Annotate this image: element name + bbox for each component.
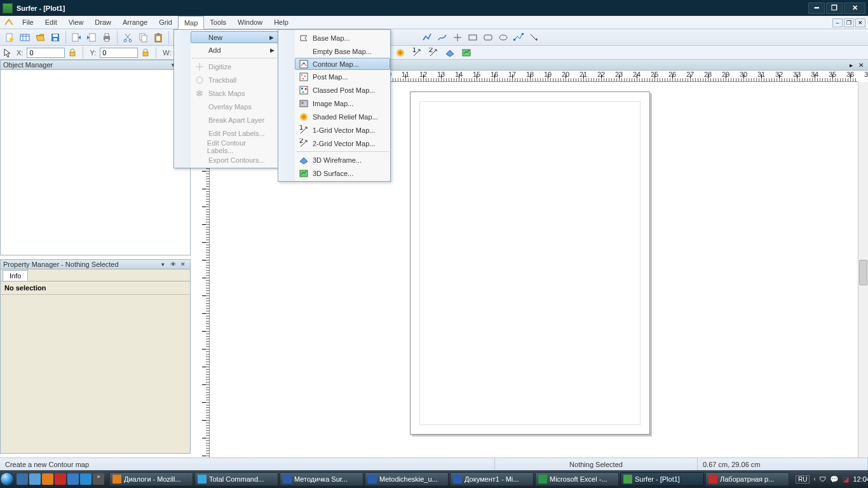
contour-icon <box>297 59 310 69</box>
new-plot-button[interactable] <box>3 30 17 44</box>
dock-menu-button[interactable]: ▸ <box>846 61 855 69</box>
menu-map[interactable]: Map <box>178 16 204 29</box>
page[interactable] <box>410 92 650 435</box>
ql-save[interactable] <box>67 473 79 485</box>
new-empty-base-map[interactable]: Empty Base Map... <box>295 44 390 58</box>
clock[interactable]: 12:04 <box>853 475 868 483</box>
cut-button[interactable] <box>121 30 135 44</box>
ql-expand[interactable]: » <box>93 473 104 485</box>
new-contour-map[interactable]: Contour Map... <box>295 58 390 70</box>
save-button[interactable] <box>48 30 62 44</box>
new-2grid-vector-map[interactable]: 22-Grid Vector Map... <box>295 137 390 150</box>
new-3d-wireframe[interactable]: 3D Wireframe... <box>295 153 390 166</box>
ql-firefox[interactable] <box>42 473 53 485</box>
x-input[interactable] <box>27 48 65 58</box>
map-menu-overlay: Overlay Maps <box>191 100 278 113</box>
paste-button[interactable] <box>151 30 165 44</box>
rectangle-tool-button[interactable] <box>466 30 480 44</box>
print-button[interactable] <box>100 30 114 44</box>
panel-close-button[interactable]: ✕ <box>179 261 187 268</box>
y-label: Y: <box>88 49 97 57</box>
taskbar-task[interactable]: Лаборатрная р... <box>705 472 789 486</box>
relief-map-button[interactable] <box>393 46 407 60</box>
mdi-close-button[interactable]: ✕ <box>855 18 865 27</box>
map-menu-add[interactable]: Add <box>191 43 278 57</box>
taskbar-task[interactable]: Диалоги - Mozill... <box>109 472 193 486</box>
minimize-button[interactable]: ━ <box>808 3 825 14</box>
y-input[interactable] <box>100 48 138 58</box>
freehand-tool-button[interactable] <box>527 30 541 44</box>
new-submenu-list: Base Map... Empty Base Map... Contour Ma… <box>295 30 390 181</box>
wireframe-map-button[interactable] <box>443 46 457 60</box>
close-button[interactable]: ✕ <box>844 3 865 14</box>
panel-dropdown-button[interactable]: ▾ <box>158 261 167 268</box>
copy-button[interactable] <box>136 30 150 44</box>
menu-arrange[interactable]: Arrange <box>117 16 153 29</box>
ellipse-tool-button[interactable] <box>496 30 510 44</box>
export-button[interactable] <box>85 30 98 44</box>
tray-expand-icon[interactable]: ‹ <box>813 476 815 482</box>
mdi-restore-button[interactable]: ❐ <box>844 18 854 27</box>
language-indicator[interactable]: RU <box>796 475 810 484</box>
import-button[interactable] <box>69 30 83 44</box>
menu-window[interactable]: Window <box>232 16 268 29</box>
menu-tools[interactable]: Tools <box>204 16 232 29</box>
svg-rect-20 <box>156 36 160 41</box>
dock-close-button[interactable]: ✕ <box>857 61 865 69</box>
menu-help[interactable]: Help <box>268 16 294 29</box>
menu-grid[interactable]: Grid <box>153 16 178 29</box>
open-button[interactable] <box>33 30 47 44</box>
panel-pin-button[interactable]: 👁 <box>168 261 177 268</box>
x-label: X: <box>15 49 24 57</box>
tab-info[interactable]: Info <box>3 270 28 281</box>
vertical-scrollbar[interactable] <box>858 82 868 464</box>
surface-map-button[interactable] <box>459 46 473 60</box>
map-menu-new[interactable]: New <box>191 31 278 43</box>
ql-opera[interactable] <box>55 473 66 485</box>
taskbar-task[interactable]: Microsoft Excel -... <box>535 472 619 486</box>
vector1-map-button[interactable]: 1 <box>410 46 424 60</box>
svg-point-40 <box>304 76 306 77</box>
new-base-map[interactable]: Base Map... <box>295 31 390 44</box>
taskbar-task[interactable]: Методичка Sur... <box>280 472 363 486</box>
new-3d-surface[interactable]: 3D Surface... <box>295 166 390 180</box>
spline-tool-button[interactable] <box>435 30 449 44</box>
vector2-map-button[interactable]: 2 <box>426 46 440 60</box>
rounded-rect-tool-button[interactable] <box>481 30 495 44</box>
svg-point-25 <box>499 35 507 40</box>
scrollbar-thumb[interactable] <box>859 260 867 285</box>
taskbar-task[interactable]: Surfer - [Plot1] <box>620 472 704 486</box>
new-post-map[interactable]: Post Map... <box>295 70 390 83</box>
map-menu-trackball: Trackball <box>191 73 278 86</box>
new-1grid-vector-map[interactable]: 11-Grid Vector Map... <box>295 123 390 137</box>
taskbar-task[interactable]: Total Command... <box>194 472 278 486</box>
start-button[interactable] <box>0 470 14 488</box>
menu-draw[interactable]: Draw <box>89 16 117 29</box>
object-manager-body[interactable] <box>0 70 191 255</box>
ql-showdesktop[interactable] <box>17 473 28 485</box>
menu-file[interactable]: File <box>17 16 39 29</box>
lock-icon[interactable] <box>67 48 78 58</box>
ql-switch[interactable] <box>29 473 41 485</box>
menu-view[interactable]: View <box>63 16 90 29</box>
reshape-tool-button[interactable] <box>512 30 526 44</box>
mdi-minimize-button[interactable]: – <box>832 18 843 27</box>
svg-rect-8 <box>53 38 57 41</box>
new-classed-post-map[interactable]: Classed Post Map... <box>295 83 390 97</box>
point-tool-button[interactable] <box>451 30 465 44</box>
lock-icon-2[interactable] <box>140 48 151 58</box>
new-worksheet-button[interactable] <box>18 30 32 44</box>
ql-ie[interactable] <box>80 473 92 485</box>
new-image-map[interactable]: Image Map... <box>295 97 390 110</box>
taskbar-task[interactable]: Документ1 - Mi... <box>450 472 534 486</box>
svg-rect-26 <box>513 39 515 41</box>
tray-icon[interactable]: 💬 <box>830 475 839 484</box>
new-shaded-relief-map[interactable]: Shaded Relief Map... <box>295 110 390 123</box>
map-menu-export-contours: Export Contours... <box>191 153 278 166</box>
menu-edit[interactable]: Edit <box>39 16 63 29</box>
tray-icon[interactable]: 🛡 <box>819 475 826 483</box>
taskbar-task[interactable]: Metodicheskie_u... <box>365 472 449 486</box>
tray-icon[interactable]: ◪ <box>843 475 849 484</box>
polyline-tool-button[interactable] <box>420 30 434 44</box>
maximize-button[interactable]: ❐ <box>826 3 843 14</box>
